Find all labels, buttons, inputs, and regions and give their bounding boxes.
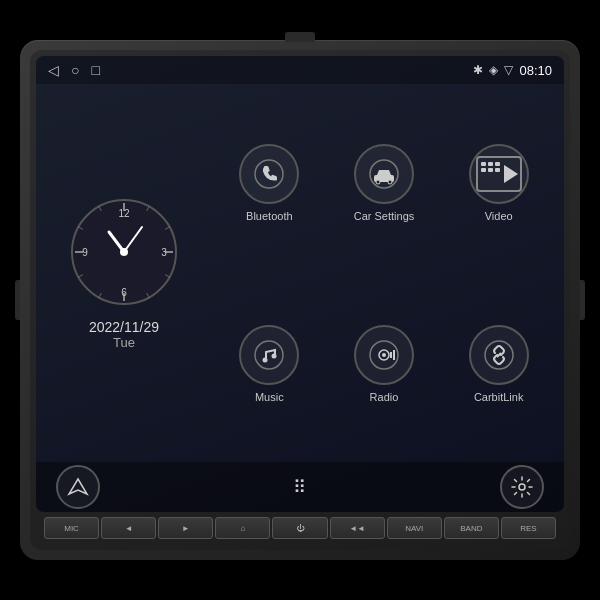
svg-text:9: 9	[82, 247, 88, 258]
main-content: 12 3 6 9 2022/11/29	[36, 84, 564, 462]
analog-clock: 12 3 6 9	[69, 197, 179, 307]
svg-marker-32	[504, 165, 518, 183]
svg-point-23	[376, 180, 380, 184]
top-bump	[285, 32, 315, 42]
res-button[interactable]: RES	[501, 517, 556, 539]
music-icon-circle	[239, 325, 299, 385]
svg-rect-28	[495, 162, 500, 166]
svg-point-35	[272, 353, 277, 358]
date-day: Tue	[89, 335, 159, 350]
car-settings-label: Car Settings	[354, 210, 415, 222]
screen: ◁ ○ □ ✱ ◈ ▽ 08:10	[36, 56, 564, 512]
device-body: ◁ ○ □ ✱ ◈ ▽ 08:10	[20, 40, 580, 560]
svg-rect-31	[495, 168, 500, 172]
svg-text:12: 12	[118, 208, 130, 219]
nav-buttons: ◁ ○ □	[48, 62, 100, 78]
apps-grid: Bluetooth	[212, 92, 556, 454]
location-icon: ◈	[489, 63, 498, 77]
app-bluetooth[interactable]: Bluetooth	[216, 96, 323, 269]
date-display: 2022/11/29 Tue	[89, 319, 159, 350]
left-panel: 12 3 6 9 2022/11/29	[44, 92, 204, 454]
mic-button[interactable]: MIC	[44, 517, 99, 539]
status-icons: ✱ ◈ ▽ 08:10	[473, 63, 552, 78]
car-settings-icon-circle	[354, 144, 414, 204]
svg-text:3: 3	[161, 247, 167, 258]
apps-grid-button[interactable]: ⠿	[293, 476, 308, 498]
svg-point-19	[120, 248, 128, 256]
app-carbit-link[interactable]: CarbitLink	[445, 277, 552, 450]
recent-button[interactable]: □	[91, 62, 99, 78]
bluetooth-icon-circle	[239, 144, 299, 204]
back-button[interactable]: ◁	[48, 62, 59, 78]
carbit-link-icon-circle	[469, 325, 529, 385]
home-phy-button[interactable]: ⌂	[215, 517, 270, 539]
bluetooth-label: Bluetooth	[246, 210, 292, 222]
video-icon-circle	[469, 144, 529, 204]
bottom-bar: ⠿	[36, 462, 564, 512]
svg-point-34	[263, 357, 268, 362]
svg-text:6: 6	[121, 287, 127, 298]
svg-point-44	[519, 484, 525, 490]
app-video[interactable]: Video	[445, 96, 552, 269]
svg-marker-43	[69, 479, 87, 494]
svg-line-42	[497, 353, 501, 357]
radio-icon-circle	[354, 325, 414, 385]
physical-button-bar: MIC ◄ ► ⌂ ⏻ ◄◄ NAVI BAND	[36, 512, 564, 544]
svg-point-24	[388, 180, 392, 184]
side-button-left[interactable]	[15, 280, 20, 320]
settings-button[interactable]	[500, 465, 544, 509]
band-button[interactable]: BAND	[444, 517, 499, 539]
svg-rect-29	[481, 168, 486, 172]
side-button-right[interactable]	[580, 280, 585, 320]
bluetooth-status-icon: ✱	[473, 63, 483, 77]
radio-label: Radio	[370, 391, 399, 403]
svg-rect-27	[488, 162, 493, 166]
svg-rect-26	[481, 162, 486, 166]
mute-button[interactable]: ◄◄	[330, 517, 385, 539]
date-main: 2022/11/29	[89, 319, 159, 335]
wifi-icon: ▽	[504, 63, 513, 77]
home-button[interactable]: ○	[71, 62, 79, 78]
video-label: Video	[485, 210, 513, 222]
time-display: 08:10	[519, 63, 552, 78]
vol-up-button[interactable]: ►	[158, 517, 213, 539]
svg-point-20	[255, 160, 283, 188]
carbit-link-label: CarbitLink	[474, 391, 524, 403]
power-button[interactable]: ⏻	[272, 517, 327, 539]
app-radio[interactable]: Radio	[331, 277, 438, 450]
navi-button[interactable]: NAVI	[387, 517, 442, 539]
navigation-button[interactable]	[56, 465, 100, 509]
app-music[interactable]: Music	[216, 277, 323, 450]
svg-point-33	[255, 341, 283, 369]
vol-down-button[interactable]: ◄	[101, 517, 156, 539]
status-bar: ◁ ○ □ ✱ ◈ ▽ 08:10	[36, 56, 564, 84]
screen-bezel: ◁ ○ □ ✱ ◈ ▽ 08:10	[30, 50, 570, 550]
music-label: Music	[255, 391, 284, 403]
svg-point-38	[382, 353, 386, 357]
svg-rect-30	[488, 168, 493, 172]
app-car-settings[interactable]: Car Settings	[331, 96, 438, 269]
